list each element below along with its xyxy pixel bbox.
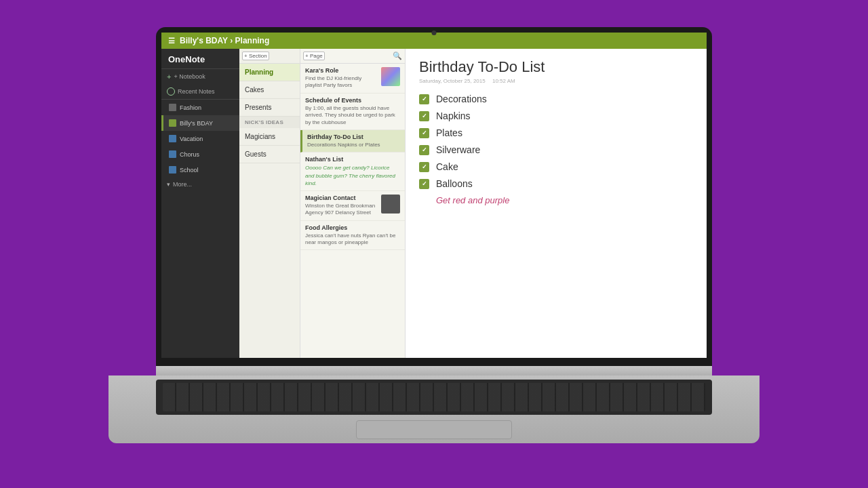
page-content-magician: Magician Contact Winston the Great Brook… [305, 195, 378, 217]
page-preview-karas-role: Find the DJ Kid-friendly playlist Party … [305, 75, 378, 89]
promo-text: Get red and purple [436, 195, 693, 205]
page-title-karas-role: Kara's Role [305, 67, 378, 74]
page-preview-magician: Winston the Great Brookman Agency 907 De… [305, 203, 378, 217]
page-date: Saturday, October 25, 2015 [419, 78, 486, 84]
notebook-icon-bday [169, 119, 176, 127]
laptop-shell: ☰ Billy's BDAY › Planning OneNote + + No… [108, 27, 760, 461]
sidebar-item-billys-bday[interactable]: Billy's BDAY [161, 115, 239, 131]
todo-item-cake: ✓ Cake [419, 161, 693, 172]
check-icon: ✓ [422, 180, 427, 187]
page-food-allergies[interactable]: Food Allergies Jessica can't have nuts R… [300, 221, 405, 251]
recent-notes-btn[interactable]: Recent Notes [161, 84, 239, 100]
page-title-magician: Magician Contact [305, 195, 378, 201]
todo-text-balloons: Balloons [436, 178, 473, 189]
checkbox-balloons[interactable]: ✓ [419, 179, 429, 189]
trackpad[interactable] [356, 420, 512, 439]
onenote-screen: ☰ Billy's BDAY › Planning OneNote + + No… [161, 33, 707, 358]
todo-item-napkins: ✓ Napkins [419, 110, 693, 121]
page-karas-role[interactable]: Kara's Role Find the DJ Kid-friendly pla… [300, 64, 405, 94]
checkbox-napkins[interactable]: ✓ [419, 111, 429, 121]
page-preview-food-allergies: Jessica can't have nuts Ryan can't be ne… [305, 232, 400, 247]
page-birthday-todo[interactable]: Birthday To-Do List Decorations Napkins … [300, 130, 405, 152]
checkbox-cake[interactable]: ✓ [419, 162, 429, 172]
notebook-icon-chorus [169, 150, 176, 158]
notebook-icon-vacation [169, 135, 176, 142]
todo-item-plates: ✓ Plates [419, 127, 693, 138]
todo-list: ✓ Decorations ✓ Napkins ✓ [419, 94, 693, 189]
page-content: Kara's Role Find the DJ Kid-friendly pla… [305, 67, 378, 89]
sidebar-item-fashion[interactable]: Fashion [161, 100, 239, 115]
todo-text-napkins: Napkins [436, 110, 471, 121]
keyboard-keys [163, 383, 705, 411]
page-preview-schedule: By 1:00, all the guests should have arri… [305, 105, 400, 126]
section-planning[interactable]: Planning [239, 64, 300, 81]
page-schedule[interactable]: Schedule of Events By 1:00, all the gues… [300, 94, 405, 130]
page-meta: Saturday, October 25, 2015 10:52 AM [419, 78, 693, 84]
checkbox-silverware[interactable]: ✓ [419, 145, 429, 155]
page-title-food-allergies: Food Allergies [305, 224, 400, 231]
section-guests[interactable]: Guests [239, 146, 300, 163]
recent-icon [167, 87, 175, 96]
todo-text-silverware: Silverware [436, 144, 480, 155]
page-title-schedule: Schedule of Events [305, 97, 400, 104]
pages-toolbar: + Page 🔍 [300, 49, 405, 64]
add-notebook-btn[interactable]: + + Notebook [161, 69, 239, 84]
sections-panel: + Section Planning Cakes Presents NICK'S… [239, 49, 300, 358]
content-wrapper: OneNote + + Notebook Recent Notes Fashio… [161, 49, 707, 358]
add-page-btn[interactable]: + Page [303, 52, 325, 60]
pages-panel: + Page 🔍 Kara's Role Find the DJ Kid-fri… [300, 49, 406, 358]
add-section-btn[interactable]: + Section [242, 52, 269, 60]
camera [432, 30, 437, 35]
check-icon: ✓ [422, 113, 427, 119]
checkbox-plates[interactable]: ✓ [419, 128, 429, 138]
page-nathans-list[interactable]: Nathan's List Ooooo Can we get candy? Li… [300, 152, 405, 191]
todo-item-balloons: ✓ Balloons [419, 178, 693, 189]
check-icon: ✓ [422, 146, 427, 153]
section-magicians[interactable]: Magicians [239, 128, 300, 146]
page-title-nathans-list: Nathan's List [305, 156, 400, 163]
todo-text-decorations: Decorations [436, 94, 487, 104]
arrow-down-icon: ▾ [167, 181, 170, 188]
check-icon: ✓ [422, 163, 427, 170]
header-title: Billy's BDAY › Planning [180, 36, 269, 45]
check-icon: ✓ [422, 129, 427, 136]
check-icon: ✓ [422, 96, 427, 102]
search-btn[interactable]: 🔍 [393, 52, 402, 60]
section-presents[interactable]: Presents [239, 99, 300, 117]
sidebar-item-chorus[interactable]: Chorus [161, 146, 239, 162]
sidebar: OneNote + + Notebook Recent Notes Fashio… [161, 49, 239, 358]
todo-item-silverware: ✓ Silverware [419, 144, 693, 155]
screen-bezel: ☰ Billy's BDAY › Planning OneNote + + No… [156, 27, 712, 366]
more-btn[interactable]: ▾ More... [161, 178, 239, 191]
sidebar-logo: OneNote [161, 49, 239, 69]
todo-text-plates: Plates [436, 127, 462, 138]
page-time: 10:52 AM [492, 78, 515, 84]
page-magician-contact[interactable]: Magician Contact Winston the Great Brook… [300, 191, 405, 221]
page-title-birthday-todo: Birthday To-Do List [307, 134, 400, 140]
page-preview-birthday-todo: Decorations Napkins or Plates [307, 142, 400, 148]
notebook-icon-school [169, 166, 176, 174]
keyboard [156, 380, 712, 415]
plus-icon: + [167, 73, 171, 81]
checkbox-decorations[interactable]: ✓ [419, 94, 429, 104]
menu-icon: ☰ [168, 37, 175, 45]
laptop-hinge [156, 366, 712, 375]
page-thumb-karas-role [381, 67, 400, 86]
nicks-ideas-header: NICK'S IDEAS [239, 117, 300, 128]
todo-item-decorations: ✓ Decorations [419, 94, 693, 104]
sections-toolbar: + Section [239, 49, 300, 64]
notebook-icon-fashion [169, 104, 176, 111]
laptop-keyboard-area [108, 375, 760, 443]
todo-text-cake: Cake [436, 161, 458, 172]
sidebar-item-vacation[interactable]: Vacation [161, 131, 239, 146]
main-content: Birthday To-Do List Saturday, October 25… [406, 49, 707, 358]
page-title: Birthday To-Do List [419, 58, 693, 76]
page-preview-nathans-list: Ooooo Can we get candy? Licorice and bub… [305, 164, 400, 187]
section-cakes[interactable]: Cakes [239, 81, 300, 99]
sidebar-item-school[interactable]: School [161, 162, 239, 178]
page-thumb-magician [381, 195, 400, 214]
